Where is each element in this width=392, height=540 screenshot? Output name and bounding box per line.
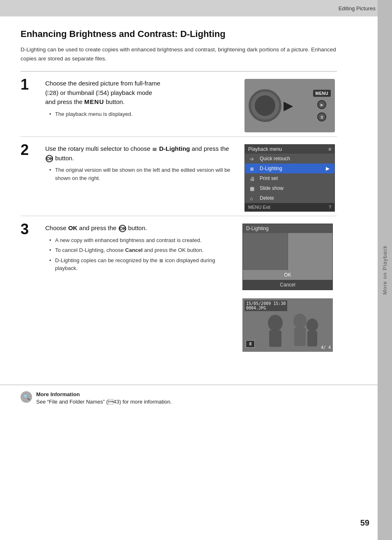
step-1-heading: Choose the desired picture from full-fra… (45, 79, 234, 107)
more-info-icon: 🔍 (21, 391, 32, 403)
pm-title: Playback menu (248, 146, 282, 152)
step-3: 3 Choose OK and press the OK button. A n… (21, 216, 337, 356)
dl-ok-btn[interactable]: OK (243, 270, 332, 280)
intro-text: D-Lighting can be used to create copies … (21, 45, 337, 63)
pm-icon-slide-show: ▦ (250, 186, 256, 191)
step-1-image: ▶ MENU ▶ 🗑 (242, 79, 337, 132)
pm-label-delete: Delete (260, 195, 274, 201)
step-3-bullets: A new copy with enhanced brightness and … (45, 236, 234, 272)
sidebar-label: More on Playback (382, 245, 388, 295)
step-2: 2 Use the rotary multi selector to choos… (21, 137, 337, 216)
section-title: Editing Pictures (339, 5, 376, 12)
timestamp: 15/05/2009 15:30 (246, 301, 286, 306)
ok-circle-step3: OK (119, 225, 126, 232)
ok-circle-inline: OK (178, 247, 186, 253)
pm-item-quick-retouch: ➩ Quick retouch (245, 154, 334, 164)
svg-point-1 (268, 315, 283, 331)
pm-icon-quick-retouch: ➩ (250, 156, 256, 161)
step-2-heading: Use the rotary multi selector to choose … (45, 144, 234, 163)
playback-menu-mockup: Playback menu ≡ ➩ Quick retouch ≣ D-Ligh… (244, 144, 335, 212)
pm-label-print-set: Print set (260, 175, 278, 181)
pm-label-dlighting: D-Lighting (260, 166, 282, 171)
step-3-number: 3 (21, 222, 37, 237)
ok-circle-icon: OK (46, 155, 53, 162)
pm-help-icon: ? (329, 205, 331, 210)
step-2-number: 2 (21, 143, 37, 157)
header-bar: Editing Pictures (0, 0, 392, 16)
dl-header: D-Lighting (243, 224, 332, 233)
svg-rect-4 (294, 328, 306, 346)
lens-inner (255, 95, 275, 116)
pm-item-print-set: 🖨 Print set (245, 173, 334, 183)
menu-button-label: MENU (313, 90, 331, 97)
camera-buttons: MENU ▶ 🗑 (313, 90, 331, 122)
pm-item-dlighting: ≣ D-Lighting ▶ (245, 164, 334, 173)
photo-dlighting-icon: ≣ (246, 340, 255, 348)
pm-icon: ≡ (328, 146, 331, 152)
pm-arrow-dlighting: ▶ (326, 166, 330, 171)
step-3-bullet-1: A new copy with enhanced brightness and … (49, 236, 234, 245)
step-1-bullets: The playback menu is displayed. (45, 110, 234, 118)
step-3-bullet-2: To cancel D-Lighting, choose Cancel and … (49, 246, 234, 254)
more-info-content: More Information See “File and Folder Na… (36, 391, 172, 405)
more-info: 🔍 More Information See “File and Folder … (21, 391, 371, 405)
pm-icon-delete: ⌂ (250, 196, 256, 201)
page-title: Enhancing Brightness and Contrast: D-Lig… (21, 29, 337, 39)
dl-img-left (243, 233, 288, 270)
dlighting-mockup: D-Lighting OK Cancel (242, 224, 333, 290)
svg-rect-2 (269, 330, 281, 347)
step-2-content: Use the rotary multi selector to choose … (45, 144, 234, 184)
pm-item-delete: ⌂ Delete (245, 193, 334, 203)
footer-section: 🔍 More Information See “File and Folder … (0, 385, 392, 405)
photo-counter: 4/ 4 (321, 345, 331, 350)
pm-footer-text: MENU Exit (248, 205, 270, 210)
step-3-heading: Choose OK and press the OK button. (45, 224, 234, 233)
svg-point-3 (293, 314, 307, 328)
step-2-bullets: The original version will be shown on th… (45, 166, 234, 182)
photo-result: 15/05/2009 15:30 0004.JPG ≣ 4/ 4 (242, 298, 333, 352)
camera-icon-delete: 🗑 (317, 113, 326, 122)
dl-title: D-Lighting (246, 226, 269, 231)
step-2-bullet-1: The original version will be shown on th… (49, 166, 234, 182)
camera-mockup: ▶ MENU ▶ 🗑 (244, 79, 335, 132)
pm-icon-print-set: 🖨 (250, 176, 256, 181)
step-3-content: Choose OK and press the OK button. A new… (45, 224, 234, 275)
arrow-indicator: ▶ (284, 99, 293, 113)
pm-footer: MENU Exit ? (245, 203, 334, 211)
step-1-bullet-1: The playback menu is displayed. (49, 110, 234, 118)
more-info-title: More Information (36, 391, 172, 397)
step-1-number: 1 (21, 77, 37, 92)
pm-header: Playback menu ≡ (245, 145, 334, 154)
pm-item-slide-show: ▦ Slide show (245, 183, 334, 193)
pm-label-quick-retouch: Quick retouch (260, 156, 290, 162)
svg-point-5 (307, 318, 318, 332)
sidebar: More on Playback (378, 0, 392, 540)
more-info-text: See “File and Folder Names” (43) for mo… (36, 399, 172, 405)
pm-icon-dlighting: ≣ (250, 166, 256, 171)
dl-buttons: OK Cancel (243, 270, 332, 290)
step-3-images: D-Lighting OK Cancel (242, 224, 337, 352)
step-1: 1 Choose the desired picture from full-f… (21, 72, 337, 137)
dl-img-right (288, 233, 333, 270)
page-number: 59 (360, 518, 369, 528)
step-3-bullet-3: D-Lighting copies can be recognized by t… (49, 256, 234, 272)
dl-cancel-btn[interactable]: Cancel (243, 280, 332, 290)
menu-keyword: MENU (84, 98, 104, 105)
step-2-image: Playback menu ≡ ➩ Quick retouch ≣ D-Ligh… (242, 144, 337, 212)
camera-icon-playback: ▶ (317, 100, 326, 109)
main-content: Enhancing Brightness and Contrast: D-Lig… (0, 16, 357, 368)
pm-label-slide-show: Slide show (260, 185, 284, 191)
photo-timestamp: 15/05/2009 15:30 0004.JPG (244, 300, 287, 311)
step-1-content: Choose the desired picture from full-fra… (45, 79, 234, 120)
filename: 0004.JPG (246, 306, 286, 310)
dl-image-area (243, 233, 332, 270)
svg-rect-6 (307, 331, 317, 346)
